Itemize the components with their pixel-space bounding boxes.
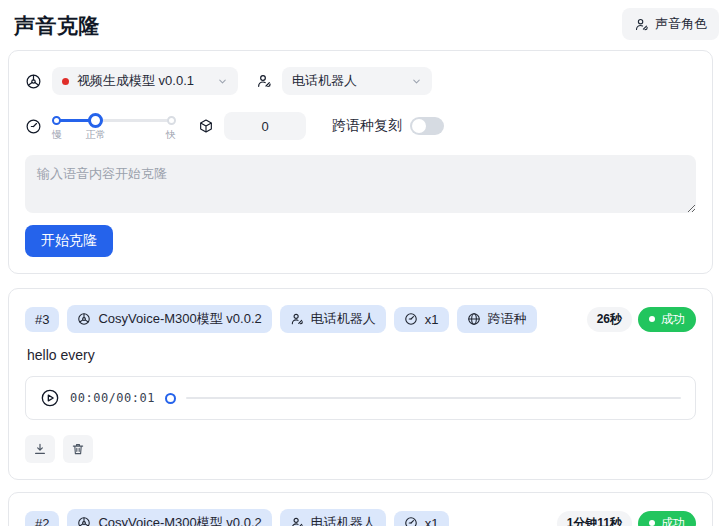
result-status-group: 1分钟11秒 成功: [557, 511, 696, 526]
model-sphere-icon: [77, 312, 91, 326]
result-badge-row: #3 CosyVoice-M300模型 v0.0.2 电话机器人: [25, 305, 696, 333]
speed-badge-label: x1: [425, 312, 439, 327]
voice-select[interactable]: 电话机器人: [282, 67, 432, 95]
model-select[interactable]: 视频生成模型 v0.0.1: [52, 67, 238, 95]
cross-language-badge: 跨语种: [457, 305, 537, 333]
voice-badge-label: 电话机器人: [311, 310, 376, 328]
chevron-down-icon: [411, 76, 422, 87]
clone-form-card: 视频生成模型 v0.0.1 电话机器人: [8, 50, 713, 274]
speed-badge: x1: [394, 511, 449, 526]
status-dot-icon: [649, 520, 655, 526]
user-edit-icon: [290, 312, 304, 326]
download-icon: [33, 442, 47, 456]
result-card: #3 CosyVoice-M300模型 v0.0.2 电话机器人: [8, 288, 713, 480]
model-voice-row: 视频生成模型 v0.0.1 电话机器人: [25, 67, 696, 95]
duration-pill: 26秒: [587, 307, 632, 332]
model-badge-label: CosyVoice-M300模型 v0.0.2: [98, 514, 261, 526]
slider-handle[interactable]: [88, 113, 103, 128]
status-badge-label: 成功: [661, 515, 685, 526]
model-badge: CosyVoice-M300模型 v0.0.2: [67, 509, 271, 526]
model-sphere-icon: [77, 516, 91, 526]
voice-role-button-label: 声音角色: [655, 15, 707, 33]
seed-cube-icon: [198, 118, 214, 134]
start-clone-button[interactable]: 开始克隆: [25, 225, 113, 257]
page-header: 声音克隆: [0, 0, 721, 50]
voice-select-value: 电话机器人: [292, 72, 403, 90]
user-edit-icon: [290, 516, 304, 526]
page-title: 声音克隆: [14, 12, 707, 40]
chevron-down-icon: [217, 76, 228, 87]
slider-end-dot: [167, 116, 176, 125]
speed-gauge-icon: [404, 312, 418, 326]
recording-dot-icon: [62, 78, 69, 85]
slider-label-fast: 快: [166, 128, 176, 142]
speed-gauge-icon: [404, 516, 418, 526]
audio-player: 00:00/00:01: [25, 376, 696, 420]
index-badge-label: #2: [35, 516, 49, 526]
result-card: #2 CosyVoice-M300模型 v0.0.2 电话机器人: [8, 492, 713, 526]
duration-pill: 1分钟11秒: [557, 511, 632, 526]
result-badge-row: #2 CosyVoice-M300模型 v0.0.2 电话机器人: [25, 509, 696, 526]
voice-badge: 电话机器人: [280, 305, 386, 333]
seed-input[interactable]: [224, 112, 306, 140]
model-badge: CosyVoice-M300模型 v0.0.2: [67, 305, 271, 333]
model-sphere-icon: [25, 73, 42, 90]
slider-label-slow: 慢: [52, 128, 62, 142]
trash-icon: [71, 442, 85, 456]
voice-badge-label: 电话机器人: [311, 514, 376, 526]
cross-language-label: 跨语种复刻: [332, 117, 402, 135]
slider-start-dot: [52, 116, 61, 125]
speed-gauge-icon: [25, 118, 42, 135]
index-badge-label: #3: [35, 312, 49, 327]
result-text: hello every: [27, 347, 694, 363]
player-track[interactable]: [186, 397, 681, 399]
status-dot-icon: [649, 316, 655, 322]
download-button[interactable]: [25, 435, 55, 463]
globe-icon: [467, 312, 481, 326]
status-badge: 成功: [638, 307, 696, 332]
cross-language-badge-label: 跨语种: [488, 310, 527, 328]
speed-badge-label: x1: [425, 516, 439, 526]
clone-text-input[interactable]: [25, 155, 696, 213]
cross-language-toggle[interactable]: [410, 117, 444, 135]
index-badge: #2: [25, 511, 59, 526]
play-button[interactable]: [40, 388, 60, 408]
delete-button[interactable]: [63, 435, 93, 463]
toggle-knob-icon: [412, 119, 426, 133]
speed-slider[interactable]: 慢 正常 快: [52, 111, 176, 141]
user-edit-icon: [256, 73, 272, 89]
status-badge: 成功: [638, 511, 696, 526]
result-status-group: 26秒 成功: [587, 307, 696, 332]
player-seek-handle[interactable]: [165, 393, 176, 404]
model-badge-label: CosyVoice-M300模型 v0.0.2: [98, 310, 261, 328]
slider-label-normal: 正常: [85, 128, 105, 142]
result-actions: [25, 435, 696, 463]
model-select-value: 视频生成模型 v0.0.1: [77, 72, 209, 90]
speed-seed-row: 慢 正常 快 跨语种复刻: [25, 111, 696, 141]
voice-badge: 电话机器人: [280, 509, 386, 526]
user-edit-icon: [634, 17, 649, 32]
speed-badge: x1: [394, 307, 449, 332]
player-time: 00:00/00:01: [70, 391, 155, 405]
index-badge: #3: [25, 307, 59, 332]
voice-role-button[interactable]: 声音角色: [622, 8, 719, 40]
slider-track: [54, 119, 174, 122]
status-badge-label: 成功: [661, 311, 685, 328]
